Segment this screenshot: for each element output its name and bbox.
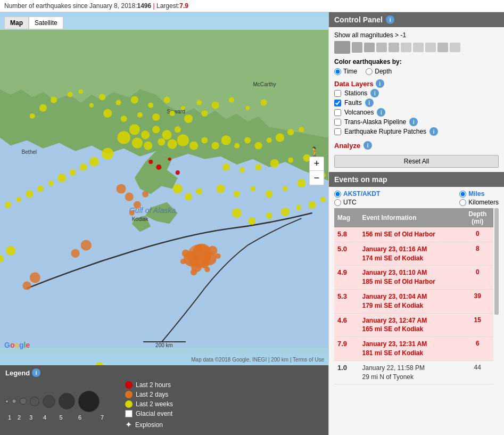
svg-point-20 bbox=[180, 259, 186, 264]
control-panel-info-icon[interactable]: i bbox=[386, 15, 394, 24]
color-time-option[interactable]: Time bbox=[334, 68, 357, 75]
utc-radio[interactable] bbox=[334, 199, 341, 206]
layer-faults-checkbox[interactable] bbox=[334, 100, 341, 106]
size-num-3: 3 bbox=[24, 414, 37, 421]
table-row[interactable]: 5.0January 23, 01:16 AM174 mi SE of Kodi… bbox=[334, 242, 493, 266]
map-button[interactable]: Map bbox=[4, 17, 29, 29]
svg-point-39 bbox=[115, 100, 121, 105]
event-info-cell[interactable]: January 23, 01:04 AM179 mi SE of Kodiak bbox=[359, 289, 462, 313]
map-canvas[interactable]: Gulf of Alaska Bethel Seward McCarthy Ko… bbox=[0, 12, 328, 365]
size-dot-4 bbox=[30, 397, 39, 406]
depth-cell: 15 bbox=[462, 313, 493, 337]
svg-point-108 bbox=[266, 212, 272, 219]
faults-info-icon[interactable]: i bbox=[365, 99, 374, 107]
data-layers-info-icon[interactable]: i bbox=[376, 79, 384, 88]
legend-explosion: ✦ Explosion bbox=[125, 420, 173, 430]
svg-point-63 bbox=[132, 137, 143, 148]
color-time-radio[interactable] bbox=[334, 68, 341, 75]
size-numbers-row: 1 2 3 4 5 6 7 bbox=[5, 414, 114, 421]
svg-point-7 bbox=[156, 165, 161, 170]
zoom-out-button[interactable]: − bbox=[310, 171, 324, 185]
table-row[interactable]: 4.9January 23, 01:10 AM185 mi SE of Old … bbox=[334, 266, 493, 290]
svg-point-56 bbox=[201, 110, 208, 117]
layer-stations-checkbox[interactable] bbox=[334, 90, 341, 97]
svg-point-73 bbox=[244, 137, 251, 143]
event-info-cell[interactable]: January 23, 01:16 AM174 mi SE of Kodiak bbox=[359, 242, 462, 266]
event-info-cell[interactable]: January 23, 12:31 AM181 mi SE of Kodiak bbox=[359, 337, 462, 361]
legend-info-icon[interactable]: i bbox=[32, 368, 40, 377]
color-depth-radio[interactable] bbox=[366, 68, 373, 75]
col-depth: Depth(mi) bbox=[462, 208, 493, 227]
zoom-in-button[interactable]: + bbox=[310, 157, 324, 171]
km-radio[interactable] bbox=[459, 199, 466, 206]
magnitude-slider-row bbox=[334, 41, 499, 54]
miles-radio[interactable] bbox=[459, 191, 466, 198]
stations-info-icon[interactable]: i bbox=[370, 89, 379, 97]
analyze-section: Analyze i bbox=[334, 141, 499, 150]
rupture-info-icon[interactable]: i bbox=[429, 127, 438, 136]
miles-option[interactable]: Miles bbox=[459, 190, 499, 198]
satellite-button[interactable]: Satellite bbox=[29, 17, 63, 29]
km-option[interactable]: Kilometers bbox=[459, 199, 499, 206]
size-num-1: 1 bbox=[5, 414, 14, 421]
svg-point-68 bbox=[189, 141, 198, 150]
scrollbar[interactable] bbox=[494, 208, 499, 315]
svg-point-37 bbox=[30, 113, 35, 119]
color-section: Color earthquakes by: Time Depth bbox=[334, 58, 499, 75]
legend-last-2-days: Last 2 days bbox=[125, 391, 173, 398]
pipeline-info-icon[interactable]: i bbox=[409, 118, 418, 126]
map-controls: Map Satellite bbox=[4, 17, 63, 29]
layer-rupture-checkbox[interactable] bbox=[334, 128, 341, 135]
legend-last-2-weeks: Last 2 weeks bbox=[125, 400, 173, 408]
table-row[interactable]: 5.3January 23, 01:04 AM179 mi SE of Kodi… bbox=[334, 289, 493, 313]
events-body: AKST/AKDT UTC Miles Kilometers bbox=[329, 187, 504, 388]
svg-point-75 bbox=[267, 137, 272, 143]
event-info-cell[interactable]: January 23, 12:47 AM165 mi SE of Kodiak bbox=[359, 313, 462, 337]
akst-radio[interactable] bbox=[334, 191, 341, 198]
depth-cell: 8 bbox=[462, 242, 493, 266]
table-row[interactable]: 5.8156 mi SE of Old Harbor0 bbox=[334, 227, 493, 242]
svg-point-9 bbox=[148, 160, 153, 164]
volcanoes-info-icon[interactable]: i bbox=[377, 108, 385, 117]
event-info-cell[interactable]: January 22, 11:58 PM29 mi N of Tyonek bbox=[359, 360, 462, 384]
layer-volcanoes-label: Volcanoes bbox=[344, 109, 374, 116]
color-depth-option[interactable]: Depth bbox=[366, 68, 392, 75]
svg-text:Kodiak: Kodiak bbox=[132, 216, 149, 222]
analyze-info-icon[interactable]: i bbox=[363, 141, 372, 150]
svg-point-50 bbox=[103, 109, 112, 118]
size-dot-1 bbox=[5, 400, 9, 403]
svg-point-101 bbox=[266, 191, 273, 198]
table-row[interactable]: 7.9January 23, 12:31 AM181 mi SE of Kodi… bbox=[334, 337, 493, 361]
size-legend: 1 2 3 4 5 6 7 bbox=[5, 391, 114, 421]
reset-button[interactable]: Reset All bbox=[334, 155, 499, 168]
svg-point-83 bbox=[57, 174, 66, 182]
data-layers-label: Data Layers bbox=[334, 80, 374, 88]
svg-point-69 bbox=[201, 137, 208, 143]
table-row[interactable]: 4.6January 23, 12:47 AM165 mi SE of Kodi… bbox=[334, 313, 493, 337]
svg-point-90 bbox=[239, 167, 245, 173]
pipe-separator: | bbox=[151, 2, 156, 10]
layer-rupture-label: Earthquake Rupture Patches bbox=[344, 128, 426, 135]
utc-option[interactable]: UTC bbox=[334, 199, 380, 206]
svg-point-96 bbox=[185, 193, 192, 201]
svg-point-44 bbox=[181, 106, 185, 110]
depth-cell: 44 bbox=[462, 360, 493, 384]
event-info-cell[interactable]: January 23, 01:10 AM185 mi SE of Old Har… bbox=[359, 266, 462, 290]
svg-point-67 bbox=[177, 134, 189, 146]
size-dot-2 bbox=[12, 399, 16, 404]
svg-point-36 bbox=[79, 89, 83, 94]
right-panel: Control Panel i Show all magnitudes > -1 bbox=[328, 12, 504, 435]
timezone-group: AKST/AKDT UTC bbox=[334, 190, 380, 206]
akst-option[interactable]: AKST/AKDT bbox=[334, 190, 380, 198]
layer-pipeline-checkbox[interactable] bbox=[334, 119, 341, 126]
layer-stations: Stations i bbox=[334, 89, 499, 97]
svg-point-55 bbox=[184, 114, 193, 123]
svg-point-72 bbox=[234, 143, 239, 149]
event-info-cell[interactable]: 156 mi SE of Old Harbor bbox=[359, 227, 462, 242]
svg-point-58 bbox=[141, 130, 150, 139]
layer-faults: Faults i bbox=[334, 99, 499, 107]
layer-volcanoes-checkbox[interactable] bbox=[334, 109, 341, 116]
table-row[interactable]: 1.0January 22, 11:58 PM29 mi N of Tyonek… bbox=[334, 360, 493, 384]
miles-label: Miles bbox=[468, 190, 484, 198]
svg-point-59 bbox=[152, 126, 160, 133]
